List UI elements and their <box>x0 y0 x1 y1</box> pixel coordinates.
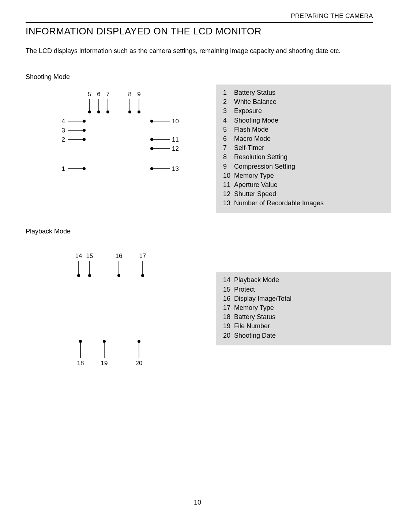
legend-item: 10Memory Type <box>223 171 384 180</box>
legend-item: 6Macro Mode <box>223 134 384 143</box>
legend-item: 9Compression Setting <box>223 162 384 171</box>
header-rule <box>26 22 373 23</box>
callout-10-icon: 10 <box>150 118 179 125</box>
callout-10-label: 10 <box>172 118 179 125</box>
callout-7-label: 7 <box>106 91 109 98</box>
intro-text: The LCD displays information such as the… <box>26 47 373 55</box>
callout-11-icon: 11 <box>150 136 179 143</box>
shooting-mode-legend: 1Battery Status 2White Balance 3Exposure… <box>216 85 391 213</box>
legend-item: 4Shooting Mode <box>223 116 384 125</box>
shooting-mode-heading: Shooting Mode <box>26 73 373 81</box>
callout-2-icon: 2 <box>62 136 86 143</box>
legend-item: 11Aperture Value <box>223 180 384 190</box>
playback-mode-heading: Playback Mode <box>26 228 373 235</box>
callout-12-label: 12 <box>172 145 179 152</box>
callout-12-icon: 12 <box>150 145 179 152</box>
callout-5-icon: 5 <box>88 91 91 113</box>
callout-15-icon: 15 <box>86 252 93 277</box>
callout-13-icon: 13 <box>150 165 179 172</box>
legend-item: 3Exposure <box>223 106 384 116</box>
callout-4-label: 4 <box>62 118 65 125</box>
legend-item: 8Resolution Setting <box>223 153 384 162</box>
manual-page: PREPARING THE CAMERA INFORMATION DISPLAY… <box>0 0 395 532</box>
legend-item: 18Battery Status <box>223 312 384 322</box>
callout-2-label: 2 <box>62 136 65 143</box>
callout-9-label: 9 <box>137 91 140 98</box>
playback-mode-section: 14 15 16 17 <box>26 239 373 387</box>
callout-7-icon: 7 <box>106 91 109 113</box>
legend-item: 19File Number <box>223 322 384 331</box>
callout-16-icon: 16 <box>116 252 123 277</box>
page-number: 10 <box>0 499 395 506</box>
legend-item: 7Self-Timer <box>223 143 384 153</box>
callout-19-label: 19 <box>101 360 108 367</box>
playback-mode-diagram: 14 15 16 17 <box>26 239 194 387</box>
chapter-label: PREPARING THE CAMERA <box>26 12 373 20</box>
callout-20-icon: 20 <box>136 340 143 367</box>
callout-5-label: 5 <box>88 91 91 98</box>
callout-17-icon: 17 <box>139 252 146 277</box>
callout-14-icon: 14 <box>75 252 82 277</box>
callout-6-icon: 6 <box>97 91 100 113</box>
legend-item: 5Flash Mode <box>223 125 384 134</box>
callout-6-label: 6 <box>97 91 100 98</box>
callout-1-icon: 1 <box>62 165 86 172</box>
callout-19-icon: 19 <box>101 340 108 367</box>
legend-item: 2White Balance <box>223 97 384 106</box>
callout-8-label: 8 <box>128 91 131 98</box>
callout-13-label: 13 <box>172 165 179 172</box>
callout-18-label: 18 <box>77 360 84 367</box>
shooting-mode-section: 5 6 7 8 <box>26 85 373 213</box>
callout-8-icon: 8 <box>128 91 131 113</box>
legend-item: 14Playback Mode <box>223 276 384 285</box>
shooting-mode-diagram: 5 6 7 8 <box>26 85 194 192</box>
callout-3-icon: 3 <box>62 127 86 134</box>
legend-item: 1Battery Status <box>223 88 384 97</box>
callout-4-icon: 4 <box>62 118 86 125</box>
page-title: INFORMATION DISPLAYED ON THE LCD MONITOR <box>26 26 373 37</box>
playback-mode-legend: 14Playback Mode 15Protect 16Display Imag… <box>216 272 391 345</box>
callout-11-label: 11 <box>172 136 179 143</box>
callout-20-label: 20 <box>136 360 143 367</box>
callout-1-label: 1 <box>62 165 65 172</box>
callout-9-icon: 9 <box>137 91 140 113</box>
callout-3-label: 3 <box>62 127 65 134</box>
callout-16-label: 16 <box>116 252 123 259</box>
callout-14-label: 14 <box>75 252 82 259</box>
legend-item: 12Shutter Speed <box>223 190 384 199</box>
callout-17-label: 17 <box>139 252 146 259</box>
callout-15-label: 15 <box>86 252 93 259</box>
legend-item: 15Protect <box>223 285 384 294</box>
legend-item: 17Memory Type <box>223 303 384 312</box>
legend-item: 13Number of Recordable Images <box>223 199 384 208</box>
legend-item: 20Shooting Date <box>223 331 384 340</box>
legend-item: 16Display Image/Total <box>223 294 384 303</box>
callout-18-icon: 18 <box>77 340 84 367</box>
